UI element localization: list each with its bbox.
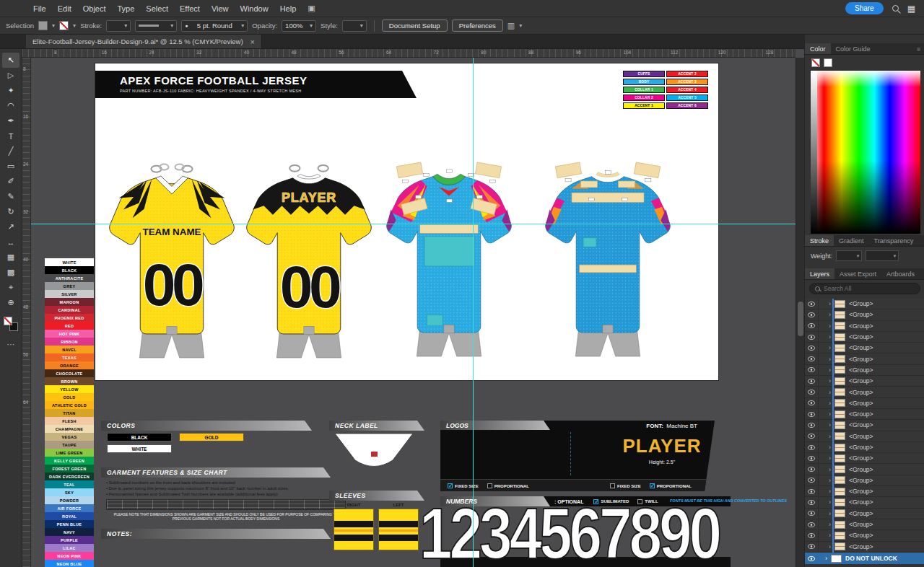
visibility-eye-icon[interactable] xyxy=(808,302,815,307)
opacity-caret-icon[interactable]: ▾ xyxy=(310,22,313,29)
visibility-eye-icon[interactable] xyxy=(808,434,815,439)
unit-caret-icon[interactable]: ▾ xyxy=(894,253,897,259)
expand-chevron-icon[interactable]: › xyxy=(829,466,831,473)
panel-menu-icon[interactable]: ≡ xyxy=(917,45,920,53)
tab-layers[interactable]: Layers xyxy=(805,268,834,279)
opacity-input[interactable]: 100%▾ xyxy=(282,20,316,32)
color-swatch[interactable]: LILAC xyxy=(45,544,94,552)
mesh-tool-icon[interactable]: ▦ xyxy=(2,250,19,265)
visibility-eye-icon[interactable] xyxy=(808,423,815,428)
layer-row[interactable]: ›<Group> xyxy=(805,321,924,332)
layer-row[interactable]: ›<Group> xyxy=(805,409,924,420)
visibility-eye-icon[interactable] xyxy=(808,412,815,417)
preferences-button[interactable]: Preferences xyxy=(452,19,503,32)
layer-row[interactable]: ›<Group> xyxy=(805,387,924,397)
expand-chevron-icon[interactable]: › xyxy=(829,543,831,550)
color-swatch[interactable]: HOT PINK xyxy=(45,330,94,338)
color-swatch[interactable]: SILVER xyxy=(45,290,94,298)
checkbox-icon[interactable] xyxy=(610,483,615,488)
expand-chevron-icon[interactable]: › xyxy=(829,532,831,539)
menu-object[interactable]: Object xyxy=(77,4,112,13)
layer-row[interactable]: ›<Group> xyxy=(805,475,924,486)
visibility-eye-icon[interactable] xyxy=(808,379,815,384)
menu-edit[interactable]: Edit xyxy=(52,4,77,13)
color-swatch[interactable]: RIBBON xyxy=(45,338,94,346)
color-swatch[interactable]: CARDINAL xyxy=(45,306,94,314)
visibility-eye-icon[interactable] xyxy=(808,522,815,527)
document-setup-button[interactable]: Document Setup xyxy=(382,19,448,32)
layer-row[interactable]: ›<Group> xyxy=(805,398,924,409)
visibility-eye-icon[interactable] xyxy=(808,390,815,395)
menu-effect[interactable]: Effect xyxy=(174,4,206,13)
lasso-tool-icon[interactable]: ◠ xyxy=(2,98,19,113)
visibility-eye-icon[interactable] xyxy=(808,556,815,561)
color-swatch[interactable]: VEGAS xyxy=(45,433,94,441)
scale-tool-icon[interactable]: ↗ xyxy=(2,219,19,234)
vertical-ruler[interactable]: 816243240485664 xyxy=(22,58,31,567)
direct-selection-tool-icon[interactable]: ▷ xyxy=(2,68,19,83)
expand-chevron-icon[interactable]: › xyxy=(829,433,831,440)
layer-row[interactable]: ›<Group> xyxy=(805,530,924,541)
expand-chevron-icon[interactable]: › xyxy=(829,510,831,517)
option-proportional[interactable]: PROPORTIONAL xyxy=(487,483,529,488)
color-swatch[interactable]: ORANGE xyxy=(45,361,94,369)
visibility-eye-icon[interactable] xyxy=(808,312,815,317)
jersey-back-colorway[interactable]: PLAYER 00 xyxy=(243,164,375,361)
color-swatch[interactable]: CHOCOLATE xyxy=(45,369,94,377)
expand-chevron-icon[interactable]: › xyxy=(829,488,831,495)
canvas[interactable]: APEX FORCE FOOTBALL JERSEY PART NUMBER: … xyxy=(31,58,796,567)
visibility-eye-icon[interactable] xyxy=(808,445,815,450)
color-swatch[interactable]: RED xyxy=(45,322,94,330)
canvas-vertical-scrollbar[interactable] xyxy=(796,58,804,567)
brush-definition-select[interactable]: ●5 pt. Round▾ xyxy=(181,20,248,32)
visibility-eye-icon[interactable] xyxy=(808,544,815,549)
align-caret-icon[interactable]: ▾ xyxy=(519,22,522,29)
horizontal-guide[interactable] xyxy=(31,224,796,224)
visibility-eye-icon[interactable] xyxy=(808,335,815,340)
expand-chevron-icon[interactable]: › xyxy=(829,377,831,384)
rotate-tool-icon[interactable]: ↻ xyxy=(2,204,19,219)
expand-chevron-icon[interactable]: › xyxy=(829,454,831,462)
expand-chevron-icon[interactable]: › xyxy=(829,356,831,363)
color-swatch[interactable]: YELLOW xyxy=(45,385,94,393)
toolbar-fill-swatch[interactable] xyxy=(4,317,12,325)
color-swatch[interactable]: TEAL xyxy=(45,480,94,488)
layer-row[interactable]: ›<Group> xyxy=(805,353,924,364)
tab-asset-export[interactable]: Asset Export xyxy=(834,268,881,279)
color-swatch[interactable]: PHOENIX RED xyxy=(45,314,94,322)
paintbrush-tool-icon[interactable]: ✐ xyxy=(2,174,19,189)
arrange-documents-icon[interactable]: ▣ xyxy=(308,4,315,13)
gradient-tool-icon[interactable]: ▩ xyxy=(2,265,19,280)
edit-toolbar-icon[interactable]: ⋯ xyxy=(7,340,15,349)
layer-row[interactable]: ›<Group> xyxy=(805,497,924,508)
expand-chevron-icon[interactable]: › xyxy=(829,498,831,506)
width-tool-icon[interactable]: ↔ xyxy=(2,234,19,250)
zoom-tool-icon[interactable]: ⊕ xyxy=(2,295,19,310)
visibility-eye-icon[interactable] xyxy=(808,400,815,405)
option-fixed-size[interactable]: ✓FIXED SIZE xyxy=(448,483,479,488)
checkbox-icon[interactable]: ✓ xyxy=(448,483,453,488)
color-swatch[interactable]: ANTHRACITE xyxy=(45,274,94,282)
layer-row[interactable]: ›<Group> xyxy=(805,486,924,497)
expand-chevron-icon[interactable]: › xyxy=(829,344,831,351)
tab-color[interactable]: Color xyxy=(805,43,831,54)
expand-chevron-icon[interactable]: › xyxy=(829,300,831,307)
tab-transparency[interactable]: Transparency xyxy=(869,235,919,246)
profile-caret-icon[interactable]: ▾ xyxy=(170,22,173,29)
rectangle-tool-icon[interactable]: ▭ xyxy=(2,159,19,174)
color-swatch[interactable]: DARK EVERGREEN xyxy=(45,472,94,480)
vertical-guide[interactable] xyxy=(473,58,474,567)
color-swatch[interactable]: BROWN xyxy=(45,377,94,385)
layers-search[interactable] xyxy=(809,283,920,294)
fill-color-swatch[interactable] xyxy=(38,21,48,30)
color-swatch[interactable]: MAROON xyxy=(45,298,94,306)
jersey-front-template[interactable] xyxy=(383,163,515,359)
checkbox-icon[interactable]: ✓ xyxy=(650,483,655,488)
layers-search-input[interactable] xyxy=(824,285,915,292)
color-swatch[interactable]: SKY xyxy=(45,488,94,496)
menu-file[interactable]: File xyxy=(27,4,52,13)
visibility-eye-icon[interactable] xyxy=(808,456,815,461)
artboard[interactable]: APEX FORCE FOOTBALL JERSEY PART NUMBER: … xyxy=(95,63,718,380)
visibility-eye-icon[interactable] xyxy=(808,511,815,516)
share-button[interactable]: Share xyxy=(845,2,884,14)
